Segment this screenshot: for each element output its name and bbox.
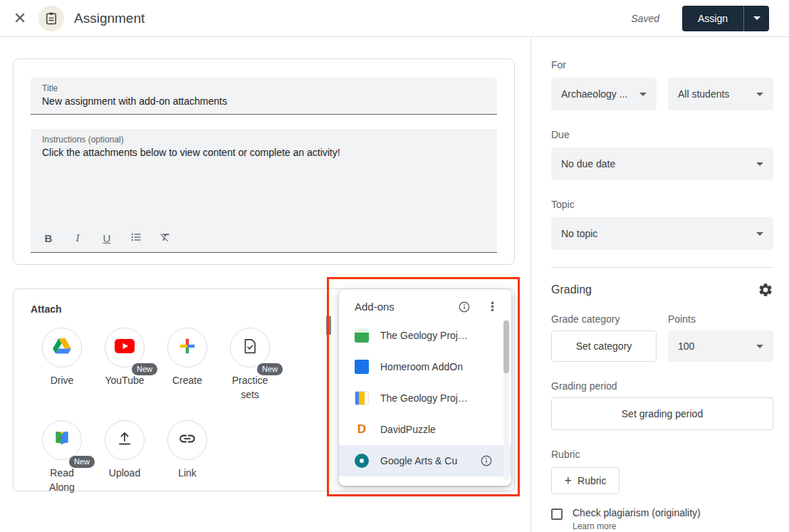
rubric-label: Rubric [551, 449, 773, 460]
attach-drive[interactable]: Drive [31, 328, 93, 402]
geology-project-icon [355, 328, 369, 343]
overflow-menu-icon[interactable]: ⋮ [482, 299, 503, 314]
points-select[interactable]: 100 [668, 330, 773, 362]
points-label: Points [668, 313, 773, 325]
clear-formatting-button[interactable] [159, 231, 172, 245]
addons-popup: Add-ons ⋮ The Geology Proj… Homeroom Add… [339, 289, 511, 486]
new-badge: New [69, 456, 95, 468]
google-arts-culture-icon [355, 454, 369, 468]
addon-item[interactable]: D DavidPuzzle [339, 414, 511, 445]
plus-icon: + [565, 474, 573, 489]
drive-icon [52, 337, 72, 358]
top-bar: ✕ Assignment Saved Assign [0, 0, 789, 37]
grade-category-select[interactable]: Set category [551, 330, 657, 362]
addon-item-selected[interactable]: Google Arts & Cu [339, 445, 511, 476]
divider [551, 267, 773, 268]
link-icon [178, 429, 197, 451]
scrollbar-thumb[interactable] [503, 320, 509, 373]
instructions-field[interactable]: Instructions (optional) Click the attach… [31, 129, 497, 253]
set-grading-period-button[interactable]: Set grading period [551, 397, 773, 430]
addons-title: Add-ons [355, 301, 458, 313]
class-select[interactable]: Archaeology ... [551, 78, 657, 110]
grade-category-label: Grade category [551, 313, 657, 325]
plagiarism-label: Check plagiarism (originality) [573, 507, 701, 518]
topic-select[interactable]: No topic [551, 217, 773, 250]
close-icon[interactable]: ✕ [11, 9, 28, 28]
new-badge: New [257, 363, 283, 375]
learn-more-link[interactable]: Learn more [573, 521, 701, 531]
addon-item[interactable]: The Geology Proj… [339, 382, 511, 414]
attach-practice-sets[interactable]: New Practice sets [219, 328, 281, 402]
topic-label: Topic [551, 199, 773, 210]
addon-item[interactable]: Homeroom AddOn [339, 351, 511, 382]
geology-notebook-icon [355, 391, 369, 405]
assign-dropdown-button[interactable] [743, 6, 769, 31]
chevron-down-icon [639, 93, 647, 96]
due-label: Due [551, 129, 773, 140]
addons-scrollbar[interactable] [503, 319, 509, 480]
students-select[interactable]: All students [668, 78, 773, 110]
saved-status: Saved [631, 13, 659, 24]
chevron-down-icon [756, 93, 763, 96]
underline-button[interactable]: U [100, 232, 113, 244]
grading-heading: Grading [551, 283, 592, 296]
youtube-icon [114, 338, 135, 357]
chevron-down-icon [756, 345, 763, 348]
new-badge: New [132, 363, 157, 375]
grading-period-label: Grading period [551, 380, 773, 392]
bold-button[interactable]: B [42, 232, 55, 244]
chevron-down-icon [753, 16, 761, 20]
instructions-value[interactable]: Click the attachments below to view cont… [42, 147, 486, 158]
plagiarism-checkbox[interactable] [551, 508, 563, 520]
title-label: Title [42, 83, 486, 93]
attach-read-along[interactable]: New Read Along [31, 420, 93, 494]
for-label: For [551, 59, 773, 71]
addon-item[interactable]: The Geology Proj… [339, 320, 511, 351]
homeroom-addon-icon [355, 360, 369, 374]
assignment-form-card: Title New assignment with add-on attachm… [13, 58, 515, 265]
bulleted-list-button[interactable] [130, 231, 142, 245]
read-along-icon [52, 429, 72, 451]
page-title: Assignment [74, 11, 145, 26]
attach-link[interactable]: Link [156, 420, 219, 494]
title-value[interactable]: New assignment with add-on attachments [42, 95, 486, 107]
info-icon[interactable] [458, 301, 471, 313]
add-rubric-button[interactable]: + Rubric [551, 467, 620, 494]
assign-split-button: Assign [682, 6, 769, 31]
instructions-label: Instructions (optional) [42, 135, 486, 145]
due-date-select[interactable]: No due date [551, 147, 773, 180]
format-toolbar: B I U [42, 231, 172, 245]
scrollbar-thumb[interactable] [326, 316, 331, 335]
settings-sidebar: For Archaeology ... All students Due No … [531, 38, 789, 532]
davidpuzzle-icon: D [355, 422, 369, 437]
info-icon[interactable] [480, 454, 493, 467]
italic-button[interactable]: I [71, 232, 84, 244]
addons-header: Add-ons ⋮ [339, 289, 511, 320]
upload-icon [116, 430, 133, 450]
attach-panel-scrollbar[interactable] [326, 316, 331, 483]
attach-youtube[interactable]: New YouTube [93, 328, 156, 402]
practice-sets-icon [241, 337, 258, 358]
title-field[interactable]: Title New assignment with add-on attachm… [31, 78, 497, 115]
chevron-down-icon [756, 232, 763, 236]
create-plus-icon [178, 337, 197, 358]
attach-create[interactable]: Create [156, 328, 219, 402]
gear-icon[interactable] [758, 282, 773, 298]
assign-button[interactable]: Assign [682, 6, 743, 31]
chevron-down-icon [756, 162, 763, 166]
attach-upload[interactable]: Upload [93, 420, 156, 494]
assignment-icon [38, 6, 64, 31]
